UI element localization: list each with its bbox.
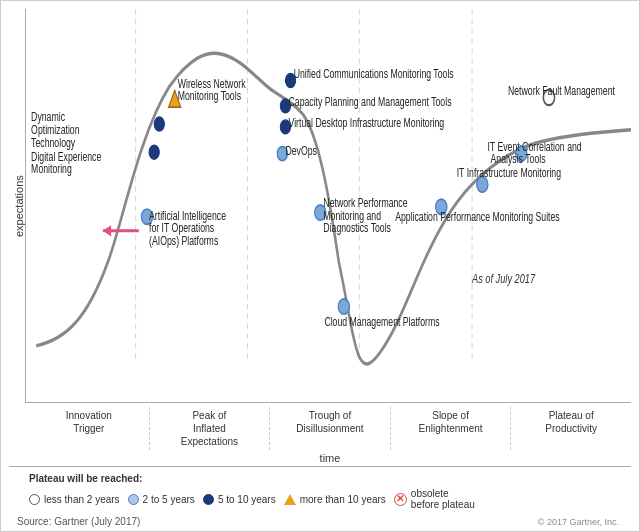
svg-text:Unified Communications Monitor: Unified Communications Monitoring Tools xyxy=(294,67,454,80)
x-section-peak: Peak ofInflatedExpectations xyxy=(150,407,271,450)
chart-inner: Wireless Network Monitoring Tools Dynami… xyxy=(25,9,631,403)
dot-x-circle: ✕ xyxy=(394,493,407,506)
legend-items: less than 2 years 2 to 5 years 5 to 10 y… xyxy=(29,488,631,510)
dot-triangle xyxy=(284,494,296,505)
svg-point-11 xyxy=(149,145,159,159)
x-section-slope: Slope ofEnlightenment xyxy=(391,407,512,450)
legend-item-white: less than 2 years xyxy=(29,494,120,505)
svg-text:Digital Experience: Digital Experience xyxy=(31,150,101,163)
svg-point-7 xyxy=(154,117,164,131)
svg-text:Cloud Management Platforms: Cloud Management Platforms xyxy=(324,316,439,329)
chart-container: expectations Wireless Network Monitoring… xyxy=(0,0,640,532)
svg-text:Diagnostics Tools: Diagnostics Tools xyxy=(323,222,391,235)
x-section-trough: Trough ofDisillusionment xyxy=(270,407,391,450)
y-axis-label: expectations xyxy=(9,9,25,403)
legend-label-darkblue: 5 to 10 years xyxy=(218,494,276,505)
legend-item-triangle: more than 10 years xyxy=(284,494,386,505)
svg-text:Monitoring Tools: Monitoring Tools xyxy=(178,90,241,103)
svg-text:(AIOps) Platforms: (AIOps) Platforms xyxy=(149,235,218,248)
svg-text:Technology: Technology xyxy=(31,136,76,149)
hype-curve-svg: Wireless Network Monitoring Tools Dynami… xyxy=(26,9,631,402)
legend-label-lightblue: 2 to 5 years xyxy=(143,494,195,505)
legend-label-white: less than 2 years xyxy=(44,494,120,505)
x-time-label: time xyxy=(29,450,631,466)
svg-text:for IT Operations: for IT Operations xyxy=(149,222,214,235)
svg-text:DevOps: DevOps xyxy=(285,145,316,158)
dot-lightblue xyxy=(128,494,139,505)
x-axis-labels: InnovationTrigger Peak ofInflatedExpecta… xyxy=(29,403,631,450)
svg-text:Wireless Network: Wireless Network xyxy=(178,77,246,90)
svg-point-32 xyxy=(338,299,349,314)
legend-item-lightblue: 2 to 5 years xyxy=(128,494,195,505)
svg-text:Capacity Planning and Manageme: Capacity Planning and Management Tools xyxy=(289,96,452,109)
svg-text:Network Fault Management: Network Fault Management xyxy=(508,84,615,97)
svg-text:Optimization: Optimization xyxy=(31,124,80,137)
svg-text:Monitoring: Monitoring xyxy=(31,163,72,176)
copyright: © 2017 Gartner, Inc. xyxy=(538,517,627,527)
legend-label-triangle: more than 10 years xyxy=(300,494,386,505)
svg-text:Dynamic: Dynamic xyxy=(31,111,65,124)
dot-white xyxy=(29,494,40,505)
legend-title: Plateau will be reached: xyxy=(29,473,631,484)
svg-text:Artificial Intelligence: Artificial Intelligence xyxy=(149,209,226,222)
svg-text:Network Performance: Network Performance xyxy=(323,197,407,210)
svg-text:Virtual Desktop Infrastructure: Virtual Desktop Infrastructure Monitorin… xyxy=(289,117,445,130)
footer-source: Source: Gartner (July 2017) xyxy=(13,514,144,527)
svg-text:As of July 2017: As of July 2017 xyxy=(471,271,536,285)
svg-marker-19 xyxy=(103,225,111,236)
svg-text:Application Performance Monito: Application Performance Monitoring Suite… xyxy=(395,211,560,224)
legend-area: Plateau will be reached: less than 2 yea… xyxy=(9,466,631,512)
svg-text:Analysis Tools: Analysis Tools xyxy=(491,153,546,166)
chart-area: expectations Wireless Network Monitoring… xyxy=(9,9,631,403)
legend-item-darkblue: 5 to 10 years xyxy=(203,494,276,505)
svg-text:IT Event Correlation and: IT Event Correlation and xyxy=(487,140,581,153)
svg-text:Monitoring and: Monitoring and xyxy=(323,209,381,222)
dot-darkblue xyxy=(203,494,214,505)
x-section-plateau: Plateau ofProductivity xyxy=(511,407,631,450)
svg-text:IT Infrastructure Monitoring: IT Infrastructure Monitoring xyxy=(457,167,562,180)
legend-label-x: obsoletebefore plateau xyxy=(411,488,475,510)
x-section-innovation: InnovationTrigger xyxy=(29,407,150,450)
legend-item-x: ✕ obsoletebefore plateau xyxy=(394,488,475,510)
